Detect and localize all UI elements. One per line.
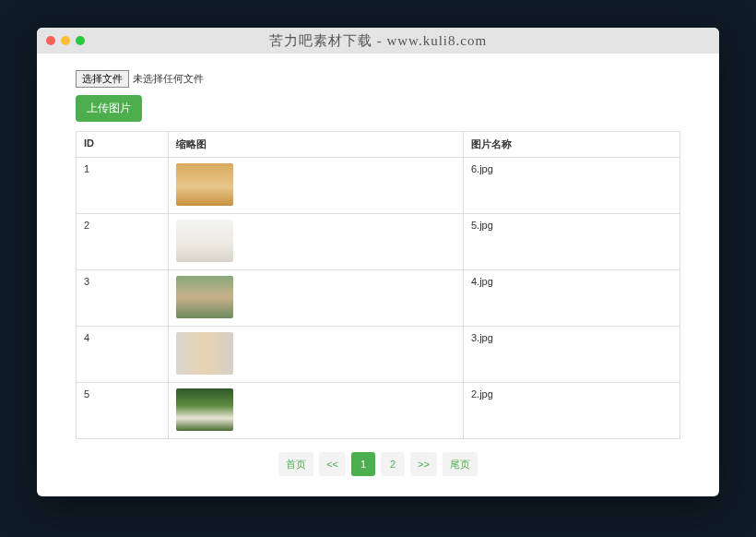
cell-id: 2 xyxy=(77,214,169,270)
cell-thumb xyxy=(169,327,464,383)
cell-name: 4.jpg xyxy=(464,270,680,327)
thumbnail-image[interactable] xyxy=(176,276,233,318)
app-window: 苦力吧素材下载 - www.kuli8.com 选择文件 未选择任何文件 上传图… xyxy=(37,28,719,496)
table-row: 34.jpg xyxy=(77,270,680,327)
cell-id: 3 xyxy=(77,270,169,327)
titlebar: 苦力吧素材下载 - www.kuli8.com xyxy=(37,28,719,54)
window-title: 苦力吧素材下载 - www.kuli8.com xyxy=(37,32,719,50)
page-last[interactable]: 尾页 xyxy=(443,452,478,476)
page-number-2[interactable]: 2 xyxy=(381,452,405,476)
cell-thumb xyxy=(169,270,464,327)
cell-id: 4 xyxy=(77,327,169,383)
page-first[interactable]: 首页 xyxy=(278,452,313,476)
thumbnail-image[interactable] xyxy=(176,388,233,431)
thumbnail-image[interactable] xyxy=(176,220,233,262)
file-status-text: 未选择任何文件 xyxy=(133,72,204,86)
cell-thumb xyxy=(169,383,464,439)
minimize-icon[interactable] xyxy=(61,36,70,45)
table-row: 43.jpg xyxy=(77,327,680,383)
col-header-name: 图片名称 xyxy=(464,132,680,158)
cell-name: 6.jpg xyxy=(464,158,680,214)
col-header-thumb: 缩略图 xyxy=(169,132,464,158)
thumbnail-image[interactable] xyxy=(176,163,233,206)
table-row: 16.jpg xyxy=(77,158,680,214)
cell-name: 5.jpg xyxy=(464,214,680,270)
maximize-icon[interactable] xyxy=(76,36,85,45)
window-controls xyxy=(46,36,85,45)
table-row: 52.jpg xyxy=(77,383,680,439)
image-table: ID 缩略图 图片名称 16.jpg25.jpg34.jpg43.jpg52.j… xyxy=(76,131,680,439)
cell-id: 5 xyxy=(77,383,169,439)
thumbnail-image[interactable] xyxy=(176,332,233,375)
page-number-1[interactable]: 1 xyxy=(351,452,375,476)
col-header-id: ID xyxy=(77,132,169,158)
cell-thumb xyxy=(169,158,464,214)
file-input-row: 选择文件 未选择任何文件 xyxy=(76,70,680,88)
close-icon[interactable] xyxy=(46,36,55,45)
cell-thumb xyxy=(169,214,464,270)
cell-name: 2.jpg xyxy=(464,383,680,439)
cell-id: 1 xyxy=(77,158,169,214)
page-prev[interactable]: << xyxy=(319,452,346,476)
choose-file-button[interactable]: 选择文件 xyxy=(76,70,129,88)
page-next[interactable]: >> xyxy=(410,452,437,476)
content-area: 选择文件 未选择任何文件 上传图片 ID 缩略图 图片名称 16.jpg25.j… xyxy=(37,54,719,496)
table-row: 25.jpg xyxy=(77,214,680,270)
upload-button[interactable]: 上传图片 xyxy=(76,95,142,122)
cell-name: 3.jpg xyxy=(464,327,680,383)
pagination: 首页 << 12 >> 尾页 xyxy=(76,452,680,476)
